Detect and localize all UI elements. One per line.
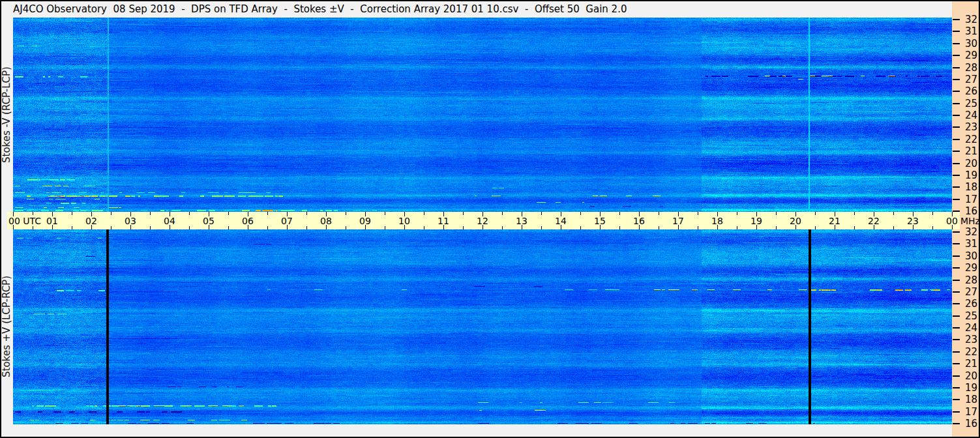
freq-tick-label: 31 <box>960 26 977 36</box>
freq-tick-label: 30 <box>960 38 977 49</box>
freq-tick-label: 16 <box>960 418 977 429</box>
freq-tick <box>953 327 960 328</box>
time-tick-label: 09 <box>359 216 371 226</box>
freq-tick-label: 18 <box>960 182 977 192</box>
time-minor-tick <box>932 226 933 229</box>
time-minor-tick <box>385 226 385 229</box>
time-minor-tick <box>150 212 151 215</box>
freq-tick-label: 31 <box>960 239 977 249</box>
stokes-minus-v-spectrogram <box>13 18 952 212</box>
time-minor-tick <box>659 212 659 215</box>
freq-tick <box>953 139 960 140</box>
time-tick-label: 22 <box>868 216 880 226</box>
time-tick-label: 20 <box>790 216 801 226</box>
time-minor-tick <box>33 212 33 215</box>
time-minor-tick <box>698 226 698 229</box>
time-minor-tick <box>267 226 268 229</box>
time-tick-label: 07 <box>281 216 293 226</box>
time-minor-tick <box>502 226 503 229</box>
time-minor-tick <box>72 226 72 229</box>
time-tick-label: 14 <box>555 216 567 226</box>
freq-tick <box>953 115 960 116</box>
freq-tick <box>953 303 960 304</box>
time-tick-label: 15 <box>594 216 606 226</box>
time-axis: 00 UTC0102030405060708091011121314151617… <box>7 212 960 229</box>
time-minor-tick <box>580 212 581 215</box>
freq-tick-label: 29 <box>960 50 977 61</box>
freq-tick-label: 26 <box>960 299 977 309</box>
time-minor-tick <box>619 212 620 215</box>
freq-tick-label: 23 <box>960 334 977 345</box>
freq-tick-label: 27 <box>960 287 977 297</box>
time-minor-tick <box>619 226 620 229</box>
freq-tick-label: 19 <box>960 170 977 181</box>
time-minor-tick <box>815 212 816 215</box>
time-tick-label: 04 <box>164 216 175 226</box>
freq-tick <box>953 411 960 413</box>
freq-tick-label: 24 <box>960 323 977 333</box>
freq-tick-label: 27 <box>960 74 977 85</box>
freq-tick <box>953 19 960 20</box>
time-tick-label: 08 <box>320 216 332 226</box>
freq-tick-label: 24 <box>960 110 977 121</box>
freq-tick-label: 29 <box>960 263 977 273</box>
time-minor-tick <box>189 226 190 229</box>
time-minor-tick <box>659 226 659 229</box>
freq-tick-label: 17 <box>960 407 977 417</box>
mhz-unit-label: MHz <box>960 216 980 226</box>
time-tick-label: 01 <box>46 216 58 226</box>
time-tick-label: 23 <box>907 216 919 226</box>
freq-tick-label: 30 <box>960 251 977 261</box>
time-minor-tick <box>306 212 307 215</box>
freq-tick <box>953 267 960 269</box>
time-minor-tick <box>854 212 855 215</box>
freq-tick-label: 22 <box>960 134 977 145</box>
freq-tick <box>953 231 960 233</box>
freq-tick <box>953 363 960 364</box>
freq-tick <box>953 186 960 188</box>
freq-tick <box>953 31 960 32</box>
time-minor-tick <box>346 212 346 215</box>
observation-title: AJ4CO Observatory 08 Sep 2019 - DPS on T… <box>13 3 627 15</box>
freq-tick <box>953 399 960 400</box>
time-tick-label: 00 <box>946 216 958 226</box>
freq-tick-label: 32 <box>960 227 977 237</box>
time-minor-tick <box>854 226 855 229</box>
freq-tick <box>953 243 960 244</box>
freq-tick-label: 25 <box>960 98 977 109</box>
time-minor-tick <box>424 226 424 229</box>
freq-tick-label: 23 <box>960 122 977 132</box>
freq-tick-label: 17 <box>960 194 977 205</box>
time-minor-tick <box>150 226 151 229</box>
time-tick-label: 21 <box>829 216 840 226</box>
freq-tick <box>953 291 960 293</box>
stokes-plus-v-spectrogram <box>13 229 952 424</box>
freq-tick-label: 22 <box>960 347 977 357</box>
time-minor-tick <box>267 212 268 215</box>
time-tick-label: 17 <box>672 216 684 226</box>
freq-tick-label: 18 <box>960 394 977 405</box>
freq-tick <box>953 256 960 257</box>
freq-tick <box>953 199 960 200</box>
freq-tick-label: 20 <box>960 158 977 169</box>
freq-tick <box>953 55 960 56</box>
time-minor-tick <box>541 226 542 229</box>
time-tick-label: 02 <box>85 216 97 226</box>
time-minor-tick <box>932 212 933 215</box>
time-minor-tick <box>306 226 307 229</box>
time-minor-tick <box>737 226 737 229</box>
spectrograph-window: AJ4CO Observatory 08 Sep 2019 - DPS on T… <box>0 0 980 438</box>
freq-tick <box>953 91 960 92</box>
freq-tick-label: 16 <box>960 206 977 216</box>
time-minor-tick <box>228 226 229 229</box>
freq-tick <box>953 211 960 212</box>
stokes-plus-v-axis-label: Stokes +V (LCP-RCP) <box>1 229 12 424</box>
time-minor-tick <box>893 226 894 229</box>
freq-tick <box>953 315 960 317</box>
time-tick-label: 18 <box>711 216 723 226</box>
time-minor-tick <box>541 212 542 215</box>
freq-tick <box>953 387 960 388</box>
time-minor-tick <box>189 212 190 215</box>
freq-tick-label: 19 <box>960 383 977 393</box>
time-minor-tick <box>776 212 777 215</box>
